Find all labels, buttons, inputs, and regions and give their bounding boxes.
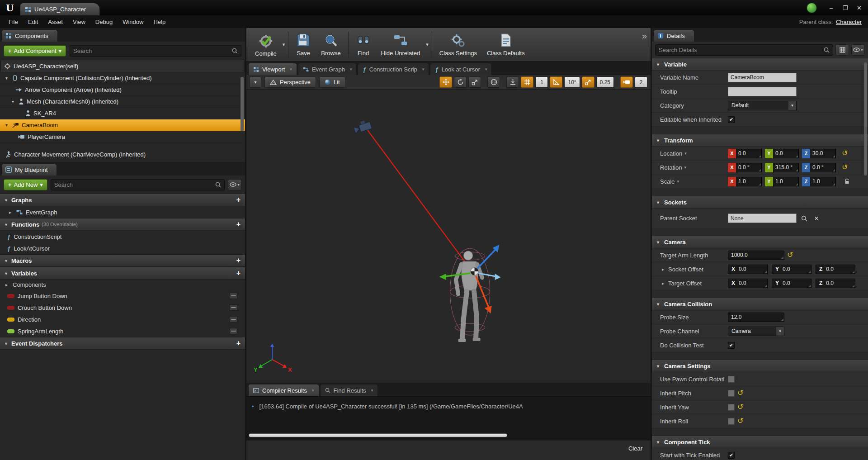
character-mesh[interactable] [456,251,482,342]
tab-options-icon[interactable] [290,67,292,71]
graphs-section-header[interactable]: Graphs [0,194,245,206]
function-row-constructionscript[interactable]: ConstructionScript [0,231,245,242]
maximize-button[interactable] [839,3,851,13]
tab-options-icon[interactable] [312,388,314,393]
surface-snap-button[interactable] [506,76,519,88]
scale-lock-icon[interactable] [842,177,851,186]
menu-asset[interactable]: Asset [43,17,68,27]
reset-target-arm-length-icon[interactable] [787,251,793,259]
display-filter-button[interactable] [851,44,865,56]
reset-location-icon[interactable] [842,150,848,157]
eye-closed-icon[interactable] [229,328,238,334]
add-new-button[interactable]: Add New [4,179,47,190]
world-local-toggle-button[interactable] [487,76,500,88]
chevron-down-icon[interactable] [677,179,679,184]
translate-tool-button[interactable] [439,76,452,88]
location-z-field[interactable]: Z30.0 [802,149,836,158]
variable-name-input[interactable] [728,73,797,82]
rotation-z-field[interactable]: Z0.0 ° [802,163,836,172]
add-function-button[interactable] [236,220,241,228]
expander-icon[interactable] [4,282,9,287]
tab-look-at-cursor[interactable]: Look at Cursor [430,63,492,75]
tab-event-graph[interactable]: Event Graph [298,63,357,75]
variable-row-jump[interactable]: Jump Button Down [0,290,245,302]
rotation-y-value[interactable]: 315.0 ° [773,163,799,172]
launcher-icon[interactable] [807,3,817,13]
details-search[interactable] [655,44,833,56]
section-header-camera[interactable]: Camera [652,236,868,248]
socket-offset-y-field[interactable]: Y0.0 [772,265,811,274]
location-x-value[interactable]: 0.0 [736,149,762,158]
location-y-field[interactable]: Y0.0 [765,149,799,158]
components-search[interactable] [70,45,241,57]
location-x-field[interactable]: X0.0 [728,149,762,158]
parent-socket-field[interactable]: None [728,213,797,223]
my-blueprint-search-input[interactable] [54,181,213,188]
grid-snap-toggle-button[interactable] [521,76,533,88]
section-header-sockets[interactable]: Sockets [652,196,868,209]
tab-options-icon[interactable] [350,67,352,71]
gizmo-x-axis-arrow[interactable] [476,276,489,307]
tooltip-input[interactable] [728,87,797,96]
tab-viewport[interactable]: Viewport [248,63,297,75]
class-defaults-button[interactable]: Class Defaults [482,30,530,59]
tree-row-playercamera[interactable]: PlayerCamera [0,131,245,143]
tree-row-charactermovement[interactable]: Character Movement (CharMoveComp) (Inher… [0,148,245,160]
perspective-button[interactable]: Perspective [264,76,316,88]
class-settings-button[interactable]: Class Settings [434,30,482,59]
close-button[interactable] [853,3,865,13]
use-pawn-control-rotation-checkbox[interactable] [728,376,735,383]
expander-icon[interactable] [7,210,13,215]
target-offset-x-field[interactable]: X0.0 [728,279,768,288]
reset-rotation-icon[interactable] [842,164,848,171]
section-header-camera-settings[interactable]: Camera Settings [652,360,868,372]
gizmo-x-axis-arrowhead[interactable] [485,306,492,313]
tab-find-results[interactable]: Find Results [320,384,378,396]
tree-row-arrow[interactable]: Arrow Component (Arrow) (Inherited) [0,84,245,96]
save-button[interactable]: Save [291,30,316,59]
minimize-button[interactable] [825,3,837,13]
my-blueprint-search[interactable] [51,179,225,190]
target-offset-y-field[interactable]: Y0.0 [772,279,811,288]
3d-viewport[interactable]: Y X [246,90,651,383]
tab-options-icon[interactable] [422,67,425,71]
do-collision-test-checkbox[interactable] [728,342,735,349]
console-horizontal-scrollbar[interactable] [249,433,507,437]
tab-compiler-results[interactable]: Compiler Results [248,384,319,396]
rotation-snap-toggle-button[interactable] [550,76,562,88]
chevron-down-icon[interactable] [684,165,686,170]
reset-inherit-roll-icon[interactable] [737,417,743,425]
compile-button[interactable]: Compile [250,30,282,59]
variables-section-header[interactable]: Variables [0,267,245,280]
probe-channel-dropdown[interactable]: Camera [728,327,784,336]
expander-icon[interactable] [660,267,666,272]
toolbar-overflow-chevrons[interactable] [642,28,647,41]
start-with-tick-enabled-checkbox[interactable] [728,452,735,459]
menu-help[interactable]: Help [148,17,170,27]
editable-when-inherited-checkbox[interactable] [728,116,735,123]
gizmo-y-axis-arrowhead[interactable] [439,274,446,280]
tree-row-sk-ar4[interactable]: SK_AR4 [0,108,245,119]
rotation-x-value[interactable]: 0.0 ° [736,163,762,172]
eye-closed-icon[interactable] [229,316,238,322]
function-row-lookatcursor[interactable]: LookAtCursor [0,242,245,254]
scale-y-field[interactable]: Y1.0 [765,177,799,186]
hide-unrelated-options-dropdown[interactable] [426,42,429,47]
components-scrollbar[interactable] [241,77,244,131]
rotate-tool-button[interactable] [454,76,467,88]
rotation-snap-value[interactable]: 10° [564,76,580,88]
socket-offset-z-field[interactable]: Z0.0 [816,265,855,274]
expander-icon[interactable] [4,123,9,128]
location-y-value[interactable]: 0.0 [773,149,799,158]
reset-inherit-pitch-icon[interactable] [737,389,743,397]
scale-x-field[interactable]: X1.0 [728,177,762,186]
section-header-variable[interactable]: Variable [652,58,868,71]
variable-row-springarmlength[interactable]: SpringArmLength [0,325,245,337]
expander-icon[interactable] [660,281,666,286]
section-header-component-tick[interactable]: Component Tick [652,436,868,448]
menu-view[interactable]: View [68,17,90,27]
section-header-transform[interactable]: Transform [652,134,868,147]
camera-speed-button[interactable] [620,76,633,88]
rotation-z-value[interactable]: 0.0 ° [810,163,836,172]
tab-options-icon[interactable] [485,67,487,71]
